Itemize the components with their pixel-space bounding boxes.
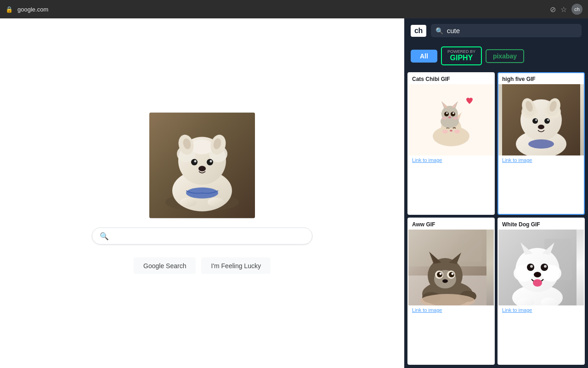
svg-point-27 <box>442 130 448 133</box>
svg-point-17 <box>180 198 197 207</box>
browser-chrome: 🔒 google.com ⊘ ☆ ch <box>0 0 588 18</box>
high-five-image <box>498 84 584 155</box>
tab-all[interactable]: All <box>411 50 437 63</box>
svg-point-52 <box>544 118 550 124</box>
gif-card-title-aww: Aww GIF <box>408 218 494 230</box>
white-dog-image <box>498 230 584 305</box>
powered-by-label: POWERED BY <box>447 50 475 54</box>
cast-icon[interactable]: ⊘ <box>550 5 556 14</box>
svg-point-12 <box>207 159 213 166</box>
svg-point-55 <box>538 125 544 129</box>
svg-point-39 <box>448 116 451 118</box>
svg-point-69 <box>437 272 442 277</box>
gif-card-title-white-dog: White Dog GIF <box>498 218 584 230</box>
svg-point-72 <box>452 273 454 275</box>
svg-rect-59 <box>459 234 482 262</box>
google-logo-area: 🔍 Google Search I'm Feeling Lucky <box>92 113 312 274</box>
svg-point-14 <box>210 160 212 162</box>
filter-tabs: All POWERED BY GIPHY pixabay <box>404 43 588 69</box>
ch-logo: ch <box>411 25 426 37</box>
sidebar-search-icon: 🔍 <box>435 27 443 34</box>
svg-point-38 <box>452 112 454 114</box>
bookmark-icon[interactable]: ☆ <box>560 5 567 14</box>
svg-point-88 <box>544 265 547 268</box>
svg-point-89 <box>534 272 541 277</box>
browser-icons: ⊘ ☆ ch <box>550 4 582 15</box>
gif-card-link-high-five[interactable]: Link to image <box>498 155 584 166</box>
dog-preview-image <box>149 113 255 218</box>
aww-image <box>408 230 494 305</box>
gif-card-aww[interactable]: Aww GIF <box>407 218 495 365</box>
svg-point-73 <box>442 279 448 283</box>
google-search-button[interactable]: Google Search <box>134 258 196 274</box>
feeling-lucky-button[interactable]: I'm Feeling Lucky <box>201 258 271 274</box>
gif-card-high-five[interactable]: high five GIF <box>498 72 585 215</box>
tab-giphy[interactable]: POWERED BY GIPHY <box>441 46 482 65</box>
gif-card-cats-chibi[interactable]: Cats Chibi GIF <box>407 72 495 215</box>
svg-point-56 <box>528 139 554 149</box>
gif-card-white-dog[interactable]: White Dog GIF <box>498 218 585 365</box>
user-avatar[interactable]: ch <box>571 4 582 15</box>
gif-card-link-cats-chibi[interactable]: Link to image <box>408 155 494 166</box>
url-bar[interactable]: google.com <box>17 6 545 13</box>
svg-point-11 <box>191 159 198 166</box>
giphy-brand-label: GIPHY <box>447 54 475 62</box>
search-input[interactable] <box>113 232 305 240</box>
gif-grid: Cats Chibi GIF <box>404 69 588 368</box>
svg-point-87 <box>530 265 533 268</box>
gif-card-link-aww[interactable]: Link to image <box>408 305 494 316</box>
sidebar-panel: ch 🔍 All POWERED BY GIPHY pixabay Cats C… <box>404 18 588 368</box>
main-area: 🔍 Google Search I'm Feeling Lucky ch 🔍 A… <box>0 18 588 368</box>
search-bar[interactable]: 🔍 <box>92 228 312 245</box>
svg-point-6 <box>191 140 214 155</box>
svg-point-26 <box>450 130 452 132</box>
gif-card-title-high-five: high five GIF <box>498 73 584 84</box>
svg-point-18 <box>208 198 224 207</box>
svg-point-37 <box>446 112 448 114</box>
sidebar-search[interactable]: 🔍 <box>431 24 582 37</box>
sidebar-header: ch 🔍 <box>404 18 588 43</box>
sidebar-search-input[interactable] <box>447 27 577 34</box>
gif-card-title-cats-chibi: Cats Chibi GIF <box>408 73 494 84</box>
svg-point-40 <box>442 117 447 120</box>
google-page: 🔍 Google Search I'm Feeling Lucky <box>0 18 404 368</box>
tab-pixabay[interactable]: pixabay <box>486 49 524 63</box>
svg-point-13 <box>194 160 197 162</box>
svg-point-70 <box>449 272 454 277</box>
svg-point-71 <box>440 273 442 275</box>
cats-chibi-image <box>408 84 494 155</box>
svg-point-28 <box>454 130 460 133</box>
gif-card-link-white-dog[interactable]: Link to image <box>498 305 584 316</box>
svg-point-15 <box>198 166 206 172</box>
buttons-row: Google Search I'm Feeling Lucky <box>134 258 271 274</box>
lock-icon: 🔒 <box>6 6 13 13</box>
search-icon: 🔍 <box>100 232 109 241</box>
svg-point-30 <box>441 106 458 122</box>
dog-gif-preview <box>149 113 255 218</box>
svg-point-90 <box>533 279 542 287</box>
svg-point-51 <box>532 118 538 124</box>
svg-point-41 <box>453 117 458 120</box>
svg-point-54 <box>547 119 549 121</box>
svg-point-53 <box>535 119 537 121</box>
